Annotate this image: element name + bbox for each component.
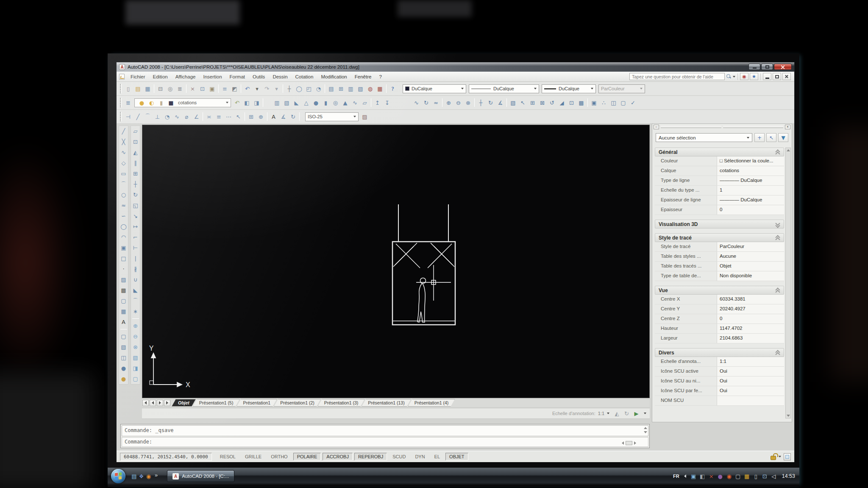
expand-chevron-icon[interactable]	[775, 222, 780, 227]
baseline-dimension-icon[interactable]: ≡	[214, 112, 223, 121]
status-toggle-objet[interactable]: OBJET	[445, 453, 468, 460]
tray-security-icon[interactable]: ▦	[743, 473, 751, 480]
subtract-icon[interactable]: ⊖	[454, 98, 463, 107]
tray-expand-icon[interactable]	[684, 474, 686, 478]
rotate-icon[interactable]: ↻	[131, 190, 140, 199]
plot-preview-icon[interactable]: ◎	[166, 84, 175, 93]
menu-item[interactable]: Cotation	[292, 73, 317, 81]
scroll-up-icon[interactable]	[787, 149, 790, 151]
property-value[interactable]: cotations	[717, 166, 784, 176]
polyline-icon[interactable]: ∿	[119, 148, 128, 157]
property-value[interactable]: Non disponible	[717, 271, 784, 281]
toolbar-grip[interactable]	[120, 84, 122, 93]
palette-section-header[interactable]: Style de tracé	[655, 233, 784, 242]
tool-palettes-icon[interactable]: ▥	[346, 84, 355, 93]
copy-object-icon[interactable]: ⊡	[131, 137, 140, 146]
box-icon[interactable]: ▧	[282, 98, 291, 107]
properties-icon[interactable]: ▤	[327, 84, 336, 93]
stretch-icon[interactable]: ↘	[131, 212, 140, 220]
arc-icon[interactable]: ⌒	[119, 180, 128, 189]
solid-union-icon[interactable]: ⊕	[131, 321, 140, 330]
layer-lock-icon[interactable]: ▮	[157, 98, 166, 107]
visual-style-realistic-icon[interactable]: ●	[119, 364, 128, 373]
tray-usb-icon[interactable]: ▯	[752, 473, 760, 480]
cone-icon[interactable]: △	[302, 98, 311, 107]
menu-item[interactable]: Edition	[149, 73, 172, 81]
chamfer-icon[interactable]: ◣	[131, 286, 140, 295]
solid-move-faces-icon[interactable]: ◨	[131, 364, 140, 373]
search-dropdown-icon[interactable]	[733, 76, 735, 78]
pan-icon[interactable]: ┼	[285, 84, 294, 93]
polygon-icon[interactable]: ◇	[119, 159, 128, 167]
scroll-down-icon[interactable]	[644, 431, 647, 433]
imprint-icon[interactable]: ▣	[590, 98, 598, 107]
quickcalc-icon[interactable]: ▦	[376, 84, 384, 93]
palette-section-header[interactable]: Général	[655, 148, 784, 156]
layout-tab[interactable]: Présentation1 (4)	[408, 399, 455, 407]
circle-icon[interactable]: ○	[119, 190, 128, 199]
collapse-chevron-icon[interactable]	[775, 350, 780, 355]
move-faces-icon[interactable]: ↖	[518, 98, 527, 107]
status-toggle-el[interactable]: EL	[431, 453, 444, 460]
offset-icon[interactable]: ∥	[131, 159, 140, 167]
tray-antivirus-icon[interactable]: ●	[717, 473, 724, 480]
property-value[interactable]: 60334.3381	[717, 295, 784, 304]
planar-surface-icon[interactable]: ▱	[360, 98, 369, 107]
language-indicator[interactable]: FR	[673, 474, 679, 479]
center-mark-icon[interactable]: ⊕	[256, 112, 265, 121]
status-toggle-grille[interactable]: GRILLE	[241, 453, 265, 460]
break-icon[interactable]: ∦	[131, 265, 140, 273]
ordinate-dimension-icon[interactable]: ⊥	[153, 112, 162, 121]
presspull-icon[interactable]: ↧	[383, 98, 392, 107]
solid-extrude-faces-icon[interactable]: ▧	[131, 353, 140, 362]
drawing-system-icon[interactable]	[119, 74, 125, 80]
polysolid-icon[interactable]: ▥	[273, 98, 281, 107]
drawing-area[interactable]: Y X	[142, 125, 650, 398]
block-editor-icon[interactable]: ◩	[230, 84, 239, 93]
quick-launch-overflow-icon[interactable]: »	[155, 472, 158, 478]
close-button[interactable]	[774, 64, 792, 70]
layer-on-icon[interactable]: ●	[137, 98, 146, 107]
annotation-autoscale-icon[interactable]: ↻	[622, 409, 631, 418]
wedge-icon[interactable]: ◣	[292, 98, 301, 107]
copy-icon[interactable]: ⊡	[198, 84, 207, 93]
trim-icon[interactable]: ⌐	[131, 233, 140, 242]
menu-item[interactable]: ?	[375, 73, 385, 81]
multiline-text-icon[interactable]: A	[119, 318, 128, 326]
layer-previous-icon[interactable]: ↶	[233, 98, 242, 107]
layout-tab[interactable]: Présentation1 (5)	[193, 399, 240, 407]
scroll-right-icon[interactable]	[634, 441, 636, 445]
palette-titlebar[interactable]: – ×	[652, 124, 792, 130]
command-history[interactable]: Commande: _qsave	[122, 425, 648, 436]
dimension-edit-icon[interactable]: A	[269, 112, 278, 121]
construction-line-icon[interactable]: ╳	[119, 137, 128, 146]
property-value[interactable]: 1147.4702	[717, 324, 784, 333]
tray-agent-icon[interactable]: ◉	[726, 473, 733, 480]
scroll-up-icon[interactable]	[644, 427, 647, 429]
rotate-faces-icon[interactable]: ↺	[548, 98, 556, 107]
ellipse-icon[interactable]: ◯	[119, 222, 128, 231]
toolbar-lock-icon[interactable]	[771, 456, 776, 460]
scroll-down-icon[interactable]	[787, 415, 790, 417]
annotation-menu-icon[interactable]	[644, 413, 646, 414]
property-value[interactable]: Oui	[717, 376, 784, 386]
visual-style-2d-wireframe-icon[interactable]: ▢	[119, 332, 128, 341]
make-block-icon[interactable]: □	[119, 254, 128, 263]
cursor-coordinates[interactable]: 60488.7741, 20152.4540, 0.0000	[120, 453, 212, 461]
property-value[interactable]: Objet	[717, 262, 784, 271]
cylinder-icon[interactable]: ▮	[321, 98, 330, 107]
array-icon[interactable]: ⊞	[131, 169, 140, 178]
toolbar-grip[interactable]	[120, 98, 122, 107]
helix-icon[interactable]: ∿	[351, 98, 359, 107]
3d-move-icon[interactable]: ┼	[476, 98, 485, 107]
taper-faces-icon[interactable]: ◢	[557, 98, 566, 107]
property-value[interactable]: Oui	[717, 386, 784, 396]
layer-dropdown[interactable]: ●◐▮■ cotations	[134, 98, 231, 107]
property-value[interactable]: □ Sélectionner la coule...	[717, 156, 784, 166]
tray-sync-error-icon[interactable]: ×	[708, 473, 715, 480]
plot-icon[interactable]: ⊟	[156, 84, 165, 93]
mirror-icon[interactable]: ◭	[131, 148, 140, 157]
lengthen-icon[interactable]: ↦	[131, 222, 140, 231]
scroll-left-icon[interactable]	[622, 441, 624, 445]
help-search-input[interactable]	[629, 73, 725, 80]
